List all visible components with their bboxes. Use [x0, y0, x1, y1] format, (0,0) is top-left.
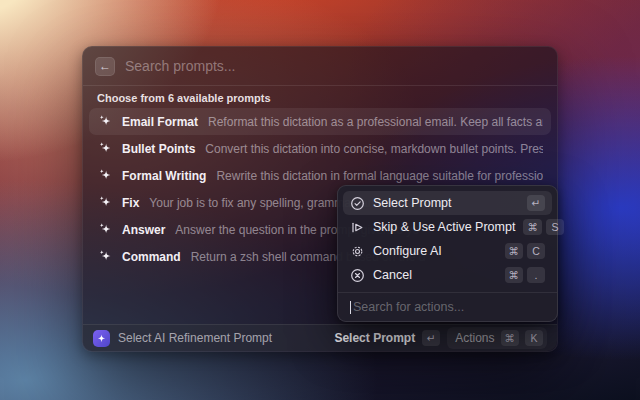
- prompt-name: Answer: [122, 223, 165, 237]
- search-input[interactable]: Search prompts...: [125, 58, 236, 74]
- prompt-description: Reformat this dictation as a professiona…: [208, 115, 543, 129]
- prompt-name: Fix: [122, 196, 139, 210]
- back-button[interactable]: ←: [95, 57, 115, 76]
- actions-menu-button[interactable]: Actions ⌘ K: [447, 327, 547, 349]
- desktop-background: ← Search prompts... Choose from 6 availa…: [0, 0, 640, 400]
- text-cursor: [350, 301, 351, 314]
- actions-search-input[interactable]: Search for actions...: [338, 292, 557, 321]
- circle-check-icon: [350, 196, 365, 211]
- prompt-name: Formal Writing: [122, 169, 206, 183]
- sparkles-icon: [97, 141, 113, 157]
- circle-x-icon: [350, 268, 365, 283]
- sparkles-icon: [97, 195, 113, 211]
- prompt-item-bullet-points[interactable]: Bullet Points Convert this dictation int…: [89, 135, 551, 162]
- command-key-badge: ⌘: [505, 267, 524, 283]
- sparkles-icon: [97, 249, 113, 265]
- c-key-badge: C: [527, 243, 545, 259]
- menu-item-label: Skip & Use Active Prompt: [373, 220, 515, 234]
- command-key-badge: ⌘: [505, 243, 524, 259]
- menu-item-select-prompt[interactable]: Select Prompt ↵: [343, 191, 552, 215]
- return-key-badge: ↵: [422, 330, 440, 346]
- back-arrow-icon: ←: [99, 60, 111, 72]
- menu-item-skip-use-active-prompt[interactable]: Skip & Use Active Prompt ⌘S: [343, 215, 552, 239]
- menu-item-label: Select Prompt: [373, 196, 519, 210]
- sparkles-icon: [97, 168, 113, 184]
- app-logo-icon: [93, 330, 110, 347]
- k-key-badge: K: [525, 330, 543, 346]
- actions-menu: Select Prompt ↵ Skip & Use Active Prompt…: [337, 185, 558, 322]
- period-key-badge: .: [527, 267, 545, 283]
- sparkles-icon: [97, 114, 113, 130]
- menu-item-cancel[interactable]: Cancel ⌘.: [343, 263, 552, 287]
- status-title: Select AI Refinement Prompt: [118, 331, 272, 345]
- prompt-item-email-format[interactable]: Email Format Reformat this dictation as …: [89, 108, 551, 135]
- palette-header: ← Search prompts...: [83, 47, 557, 86]
- actions-label: Actions: [455, 331, 494, 345]
- s-key-badge: S: [546, 219, 564, 235]
- sparkles-icon: [97, 222, 113, 238]
- prompt-name: Command: [122, 250, 181, 264]
- actions-menu-list: Select Prompt ↵ Skip & Use Active Prompt…: [338, 186, 557, 292]
- prompt-description: Convert this dictation into concise, mar…: [205, 142, 543, 156]
- skip-forward-icon: [350, 220, 365, 235]
- return-key-badge: ↵: [527, 195, 545, 211]
- command-key-badge: ⌘: [501, 330, 520, 346]
- status-actions: Select Prompt ↵ Actions ⌘ K: [334, 327, 547, 349]
- prompt-description: Rewrite this dictation in formal languag…: [216, 169, 543, 183]
- gear-icon: [350, 244, 365, 259]
- prompt-name: Email Format: [122, 115, 198, 129]
- status-bar: Select AI Refinement Prompt Select Promp…: [83, 324, 557, 351]
- section-label: Choose from 6 available prompts: [97, 92, 543, 105]
- menu-item-label: Configure AI: [373, 244, 497, 258]
- select-prompt-action[interactable]: Select Prompt: [334, 331, 415, 345]
- menu-item-label: Cancel: [373, 268, 497, 282]
- actions-search-placeholder: Search for actions...: [353, 300, 464, 314]
- command-key-badge: ⌘: [523, 219, 542, 235]
- prompt-name: Bullet Points: [122, 142, 195, 156]
- menu-item-configure-ai[interactable]: Configure AI ⌘C: [343, 239, 552, 263]
